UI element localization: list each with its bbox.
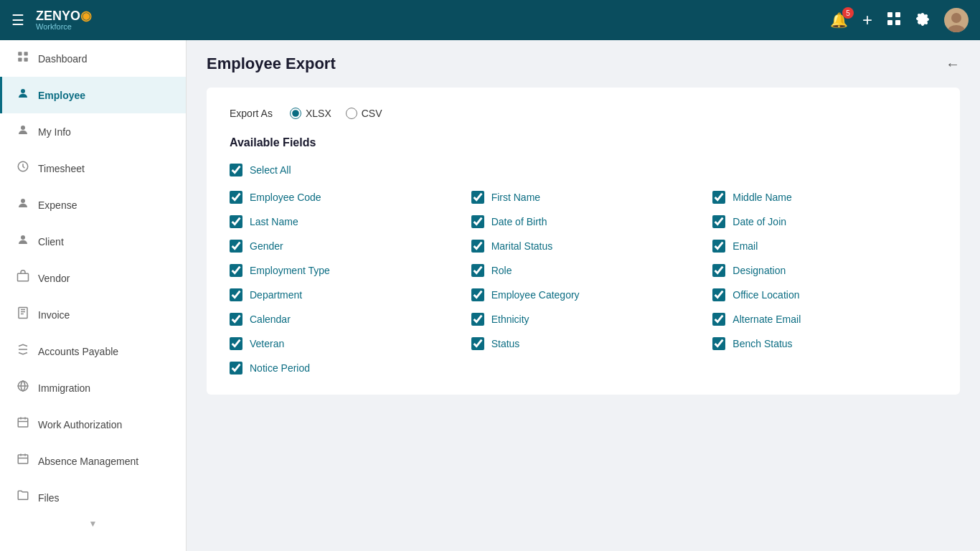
sidebar-item-employee[interactable]: Employee <box>0 77 186 113</box>
label-date-of-birth: Date of Birth <box>491 216 547 227</box>
checkbox-date-of-join[interactable] <box>712 215 725 228</box>
sidebar-item-immigration[interactable]: Immigration <box>0 369 186 406</box>
sidebar-item-expense[interactable]: Expense <box>0 187 186 223</box>
sidebar-label-immigration: Immigration <box>38 382 90 394</box>
checkbox-gender[interactable] <box>230 240 242 253</box>
field-item-employee-category: Employee Category <box>471 288 696 301</box>
field-item-employment-type: Employment Type <box>230 264 454 277</box>
sidebar-label-expense: Expense <box>38 199 77 211</box>
csv-label: CSV <box>362 108 382 119</box>
svg-rect-18 <box>18 418 28 427</box>
sidebar-item-work-authorization[interactable]: Work Authorization <box>0 406 186 443</box>
label-employment-type: Employment Type <box>250 265 330 276</box>
svg-rect-0 <box>887 12 892 17</box>
immigration-icon <box>17 380 29 396</box>
field-item-ethnicity: Ethnicity <box>471 313 696 326</box>
label-office-location: Office Location <box>732 289 799 301</box>
checkbox-first-name[interactable] <box>471 191 484 204</box>
xlsx-radio[interactable] <box>290 108 301 119</box>
checkbox-email[interactable] <box>712 240 725 253</box>
select-all-checkbox[interactable] <box>230 164 242 176</box>
label-notice-period: Notice Period <box>250 362 310 374</box>
csv-radio[interactable] <box>346 108 357 119</box>
field-item-department: Department <box>230 288 454 301</box>
export-card: Export As XLSX CSV Available Fields <box>207 88 960 395</box>
checkbox-veteran[interactable] <box>230 337 242 350</box>
checkbox-ethnicity[interactable] <box>471 313 484 326</box>
notification-bell[interactable]: 🔔 5 <box>830 11 848 29</box>
label-employee-code: Employee Code <box>250 192 321 203</box>
checkbox-status[interactable] <box>471 337 484 350</box>
checkbox-middle-name[interactable] <box>712 191 725 204</box>
checkbox-last-name[interactable] <box>230 215 242 228</box>
svg-point-14 <box>21 235 25 240</box>
svg-point-4 <box>951 13 961 23</box>
settings-icon[interactable] <box>915 11 930 29</box>
field-item-date-of-join: Date of Join <box>712 215 937 228</box>
logo-workforce: Workforce <box>36 22 72 31</box>
label-calendar: Calendar <box>250 314 291 325</box>
svg-rect-8 <box>18 58 22 62</box>
sidebar-item-accounts-payable[interactable]: Accounts Payable <box>0 333 186 369</box>
checkbox-role[interactable] <box>471 264 484 277</box>
sidebar-item-myinfo[interactable]: My Info <box>0 113 186 150</box>
label-veteran: Veteran <box>250 338 284 349</box>
checkbox-employee-code[interactable] <box>230 191 242 204</box>
add-button[interactable]: + <box>862 10 872 30</box>
checkbox-calendar[interactable] <box>230 313 242 326</box>
expense-icon <box>17 197 29 213</box>
nav-left: ☰ ZENYO◉ Workforce <box>11 9 92 31</box>
grid-icon[interactable] <box>887 11 901 29</box>
sidebar-item-invoice[interactable]: Invoice <box>0 296 186 333</box>
sidebar-label-dashboard: Dashboard <box>38 53 88 65</box>
label-marital-status: Marital Status <box>491 240 553 252</box>
sidebar-item-absence-management[interactable]: Absence Management <box>0 443 186 479</box>
sidebar-item-client[interactable]: Client <box>0 223 186 260</box>
checkbox-department[interactable] <box>230 288 242 301</box>
user-avatar[interactable] <box>944 8 969 32</box>
field-item-email: Email <box>712 240 937 253</box>
page-title: Employee Export <box>207 55 336 73</box>
checkbox-employee-category[interactable] <box>471 288 484 301</box>
label-department: Department <box>250 289 302 301</box>
label-designation: Designation <box>732 265 786 276</box>
checkbox-notice-period[interactable] <box>230 362 242 375</box>
label-status: Status <box>491 338 520 349</box>
top-navigation: ☰ ZENYO◉ Workforce 🔔 5 + <box>0 0 980 40</box>
checkbox-designation[interactable] <box>712 264 725 277</box>
sidebar-label-invoice: Invoice <box>38 309 70 321</box>
sidebar-item-vendor[interactable]: Vendor <box>0 260 186 296</box>
myinfo-icon <box>17 123 29 140</box>
checkbox-alternate-email[interactable] <box>712 313 725 326</box>
checkbox-marital-status[interactable] <box>471 240 484 253</box>
label-date-of-join: Date of Join <box>732 216 786 227</box>
hamburger-menu[interactable]: ☰ <box>11 11 24 29</box>
sidebar-label-files: Files <box>38 492 60 504</box>
checkbox-employment-type[interactable] <box>230 264 242 277</box>
svg-point-5 <box>948 25 965 32</box>
back-button[interactable]: ← <box>946 56 960 72</box>
checkbox-bench-status[interactable] <box>712 337 725 350</box>
work-auth-icon <box>17 416 29 433</box>
label-email: Email <box>732 240 758 252</box>
sidebar-item-timesheet[interactable]: Timesheet <box>0 150 186 187</box>
export-as-label: Export As <box>230 108 273 119</box>
checkbox-date-of-birth[interactable] <box>471 215 484 228</box>
field-item-employee-code: Employee Code <box>230 191 454 204</box>
nav-right: 🔔 5 + <box>830 8 969 32</box>
xlsx-label: XLSX <box>306 108 331 119</box>
notification-badge: 5 <box>842 7 854 19</box>
files-icon <box>17 489 29 506</box>
field-item-notice-period: Notice Period <box>230 362 454 375</box>
accounts-payable-icon <box>17 343 29 359</box>
label-employee-category: Employee Category <box>491 289 580 301</box>
sidebar-item-dashboard[interactable]: Dashboard <box>0 40 186 77</box>
csv-option[interactable]: CSV <box>346 108 382 119</box>
sidebar: Dashboard Employee My Info Timesheet Exp… <box>0 40 187 551</box>
sidebar-item-files[interactable]: Files <box>0 479 186 516</box>
field-item-office-location: Office Location <box>712 288 937 301</box>
checkbox-office-location[interactable] <box>712 288 725 301</box>
absence-icon <box>17 453 29 469</box>
xlsx-option[interactable]: XLSX <box>290 108 331 119</box>
sidebar-label-employee: Employee <box>38 90 85 101</box>
